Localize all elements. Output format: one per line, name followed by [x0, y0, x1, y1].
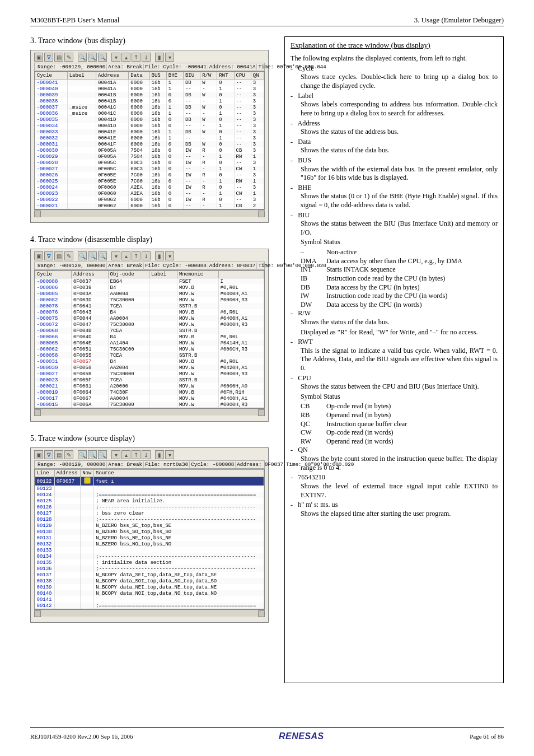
table-row[interactable]: -0000820F003D75C30000MOV.W#0000H,R3 [35, 297, 264, 303]
toolbar-icon[interactable]: ✎ [64, 251, 73, 260]
table-row[interactable]: -0000270F005B75C30000MOV.W#0000H,R3 [35, 371, 264, 377]
table-row[interactable]: -00003500041D000016b0DBW0--3 [35, 116, 264, 123]
table-row[interactable]: 00135; initialize data section [35, 559, 264, 566]
column-header[interactable]: R/W [200, 72, 217, 80]
column-header[interactable]: BUS [149, 72, 166, 80]
scrollbar-h[interactable] [34, 609, 265, 617]
toolbar-icon[interactable]: ▮ [155, 251, 164, 260]
goto-top-icon[interactable]: ⤒ [132, 251, 140, 260]
zoom-out-icon[interactable]: 🔍 [98, 251, 107, 260]
table-row[interactable]: -00003900041B000016b0DBW0--3 [35, 92, 264, 98]
zoom-out-icon[interactable]: 🔍 [98, 53, 107, 62]
column-header[interactable]: Obj-code [108, 271, 149, 278]
table-row[interactable]: -0000240F0060A2EA16b0IWR0--3 [35, 184, 264, 190]
toolbar-icon[interactable]: ▣ [34, 450, 43, 459]
trace-grid-source[interactable]: LineAddressNowSource001220F0037 fset i00… [35, 469, 264, 609]
table-row[interactable]: -0000880F0037EB64FSETI [35, 278, 264, 285]
table-row[interactable]: -0000210F0062000016b0---1CB2 [35, 203, 264, 209]
column-header[interactable]: Data [129, 72, 149, 80]
table-row[interactable]: -0000300F005A750416b0IWR0CB3 [35, 147, 264, 153]
table-row[interactable]: 001220F0037 fset i [35, 477, 264, 486]
table-row[interactable]: -0000280F005C00C316b0IWR0--3 [35, 160, 264, 166]
table-row[interactable]: -00003200041E000016b1---1--3 [35, 135, 264, 141]
table-row[interactable]: 00141 [35, 596, 264, 603]
toolbar-icon[interactable]: ▾ [165, 450, 174, 459]
zoom-icon[interactable]: 🔍 [88, 53, 97, 62]
table-row[interactable]: 00142;==================================… [35, 603, 264, 609]
up-icon[interactable]: ▴ [121, 53, 130, 62]
table-row[interactable]: -00004100041A000016b1DBW0--3 [35, 80, 264, 86]
table-row[interactable]: -00003300041E000016b1DBW0--3 [35, 129, 264, 135]
toolbar-icon[interactable]: ▤ [54, 450, 63, 459]
toolbar-icon[interactable]: ▮ [155, 53, 164, 62]
table-row[interactable]: -0000300F0058AA2004MOV.W#0420H,A1 [35, 365, 264, 371]
column-header[interactable]: RWT [217, 72, 234, 80]
table-row[interactable]: -00004000041A000016b1---1--3 [35, 86, 264, 92]
zoom-out-icon[interactable]: 🔍 [98, 450, 107, 459]
table-row[interactable]: 00138 N_BCOPY data_SOI_top,data_SO_top,d… [35, 578, 264, 584]
toolbar-icon[interactable]: ▤ [54, 53, 63, 62]
table-row[interactable]: -0000680F004B7CEASSTR.B [35, 328, 264, 334]
column-header[interactable]: BIU [183, 72, 200, 80]
table-row[interactable]: 00134;----------------------------------… [35, 553, 264, 559]
goto-top-icon[interactable]: ⤒ [132, 53, 140, 62]
table-row[interactable]: -0000620F005175C30C00MOV.W#000CH,R3 [35, 346, 264, 352]
column-header[interactable]: BHE [166, 72, 183, 80]
table-row[interactable]: -0000210F0061A20000MOV.W#0000H,A0 [35, 383, 264, 389]
table-row[interactable]: -0000860F0039B4MOV.B#0,R0L [35, 284, 264, 291]
table-row[interactable]: -0000660F004DB4MOV.B#0,R0L [35, 334, 264, 340]
table-row[interactable]: -0000580F00557CEASSTR.B [35, 352, 264, 358]
column-header[interactable]: Address [54, 470, 80, 477]
table-row[interactable]: 00132 N_BZERO bss_NO_top,bss_NO [35, 541, 264, 547]
up-icon[interactable]: ▴ [121, 251, 130, 260]
table-row[interactable]: -0000270F005C00C316b0---1CW1 [35, 166, 264, 172]
toolbar-icon[interactable]: ∇ [44, 251, 53, 260]
toolbar-icon[interactable]: ∇ [44, 450, 53, 459]
toolbar-icon[interactable]: ∇ [44, 53, 53, 62]
table-row[interactable]: -0000260F005E7C0016b0IWR0--3 [35, 172, 264, 178]
zoom-in-icon[interactable]: 🔍 [78, 251, 87, 260]
table-row[interactable]: -0000220F0062000016b0IWR0--3 [35, 197, 264, 203]
table-row[interactable]: -0000760F0043B4MOV.B#0,R0L [35, 309, 264, 315]
table-row[interactable]: -0000850F003AAA0004MOV.W#0400H,A1 [35, 291, 264, 297]
table-row[interactable]: -0000290F005A750416b0---1RW1 [35, 153, 264, 160]
toolbar-icon[interactable]: ▤ [54, 251, 63, 260]
column-header[interactable]: Cycle [35, 271, 72, 278]
toolbar-icon[interactable]: ▾ [165, 53, 174, 62]
toolbar-icon[interactable]: ✎ [64, 450, 73, 459]
column-header[interactable]: Label [149, 271, 177, 278]
column-header[interactable]: Line [35, 470, 55, 477]
table-row[interactable]: -00003800041B000016b0---1--3 [35, 98, 264, 104]
table-row[interactable]: -0000310F0057B4MOV.B#0,R0L [35, 358, 264, 365]
table-row[interactable]: 00126;----------------------------------… [35, 504, 264, 510]
table-row[interactable]: 00131 N_BZERO bss_NE_top,bss_NE [35, 535, 264, 541]
column-header[interactable]: Cycle [35, 72, 68, 80]
zoom-in-icon[interactable]: 🔍 [78, 450, 87, 459]
table-row[interactable]: -0000780F00417CEASSTR.B [35, 303, 264, 309]
table-row[interactable]: 00127; bss zero clear [35, 510, 264, 516]
table-row[interactable]: -0000750F0044AA0004MOV.W#0400H,A1 [35, 315, 264, 321]
toolbar-icon[interactable]: ▮ [155, 450, 164, 459]
toolbar-icon[interactable]: ▾ [165, 251, 174, 260]
column-header[interactable]: CPU [234, 72, 251, 80]
toolbar-icon[interactable]: ✎ [64, 53, 73, 62]
table-row[interactable]: -0000150F006A75C30000MOV.W#0000H,R3 [35, 402, 264, 408]
column-header[interactable]: QN [251, 72, 264, 80]
toolbar-icon[interactable]: ▣ [34, 251, 43, 260]
table-row[interactable]: 00133 [35, 547, 264, 553]
table-row[interactable]: -0000230F0060A2EA16b0---1CW1 [35, 190, 264, 197]
zoom-icon[interactable]: 🔍 [88, 450, 97, 459]
column-header[interactable]: Now [81, 470, 94, 477]
goto-bottom-icon[interactable]: ⤓ [142, 450, 151, 459]
goto-bottom-icon[interactable]: ⤓ [142, 251, 151, 260]
table-row[interactable]: 00123 [35, 486, 264, 492]
column-header[interactable]: Address [96, 72, 128, 80]
toolbar-icon[interactable]: ▣ [34, 53, 43, 62]
zoom-in-icon[interactable]: 🔍 [78, 53, 87, 62]
table-row[interactable]: -000036_msize00041C000016b1---1--3 [35, 110, 264, 116]
table-row[interactable]: 00136;----------------------------------… [35, 566, 264, 572]
up-icon[interactable]: ▴ [121, 450, 130, 459]
goto-bottom-icon[interactable]: ⤓ [142, 53, 151, 62]
table-row[interactable]: 00129 N_BZERO bss_SE_top,bss_SE [35, 522, 264, 529]
column-header[interactable]: Address [71, 271, 108, 278]
